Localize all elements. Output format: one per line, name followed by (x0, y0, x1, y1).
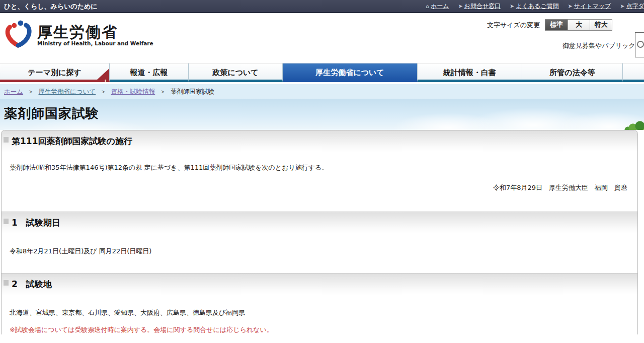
top-link-home[interactable]: ホーム (431, 3, 449, 10)
nav-tab-policy[interactable]: 政策について (189, 63, 283, 82)
font-size-label: 文字サイズの変更 (487, 21, 540, 30)
font-size-standard-button[interactable]: 標準 (545, 20, 568, 30)
minister-signoff: 令和7年8月29日 厚生労働大臣 福岡 資麿 (2, 183, 637, 192)
arrow-bullet-icon: ➤ (620, 3, 624, 10)
exam-announcement-body: 薬剤師法(昭和35年法律第146号)第12条の規 定に基づき、第111回薬剤師国… (2, 163, 637, 172)
section-heading-exam-announcement: 第111回薬剤師国家試験の施行 (2, 130, 637, 152)
section-heading-exam-date: 1 試験期日 (2, 212, 637, 234)
top-link-braille-download[interactable]: 点字ダウンロード (626, 3, 644, 10)
logo-title: 厚生労働省 (37, 24, 153, 40)
arrow-bullet-icon: ➤ (510, 3, 514, 10)
arrow-bullet-icon: ➤ (458, 3, 462, 10)
breadcrumb: ホーム ＞ 厚生労働省について ＞ 資格・試験情報 ＞ 薬剤師国家試験 (0, 84, 644, 99)
red-corner-triangle (97, 68, 109, 80)
nav-tab-label: 厚生労働省について (315, 68, 384, 77)
exam-date-body: 令和8年2月21日(土曜日)及び 同月22日(日曜日) (2, 247, 637, 256)
nav-tab-themes[interactable]: テーマ別に探す ↓ (0, 63, 110, 82)
magnifier-icon (637, 41, 644, 48)
mhlw-logo[interactable]: 厚生労働省 Ministry of Health, Labour and Wel… (4, 19, 153, 50)
nav-tab-label: 統計情報・白書 (443, 68, 496, 77)
breadcrumb-about-mhlw[interactable]: 厚生労働省について (39, 88, 96, 95)
public-comment-link[interactable]: 御意見募集やパブリックコメント (562, 41, 644, 50)
nav-tab-about-mhlw[interactable]: 厚生労働省について (283, 63, 418, 82)
nav-tab-label: 報道・広報 (130, 68, 168, 77)
nav-tab-label: テーマ別に探す (28, 68, 81, 77)
exam-venue-note: ※試験会場については受験票送付時に案内する。会場に関する問合せには応じられない。 (2, 325, 637, 334)
section-heading-exam-locations: 2 試験地 (2, 273, 637, 295)
down-arrow-icon: ↓ (103, 79, 108, 85)
home-icon: ⌂ (426, 3, 429, 10)
main-content: 第111回薬剤師国家試験の施行 薬剤師法(昭和35年法律第146号)第12条の規… (1, 130, 638, 334)
top-utility-bar: ひと、くらし、みらいのために ⌂ホーム ➤お問合せ窓口 ➤よくあるご質問 ➤サイ… (0, 0, 644, 13)
spacer (2, 192, 637, 212)
breadcrumb-separator: ＞ (159, 88, 166, 95)
main-nav: テーマ別に探す ↓ 報道・広報 政策について 厚生労働省について 統計情報・白書… (0, 63, 644, 84)
breadcrumb-qualifications[interactable]: 資格・試験情報 (111, 88, 155, 95)
page-title: 薬剤師国家試験 (4, 105, 99, 122)
page-title-band: 薬剤師国家試験 (0, 99, 644, 130)
font-size-xlarge-button[interactable]: 特大 (590, 20, 612, 30)
top-link-sitemap[interactable]: サイトマップ (574, 3, 611, 10)
trees-decoration (609, 118, 644, 130)
nav-tab-spacer (623, 63, 644, 82)
arrow-bullet-icon: ➤ (568, 3, 572, 10)
breadcrumb-current: 薬剤師国家試験 (171, 88, 215, 95)
nav-tab-laws[interactable]: 所管の法令等 (522, 63, 623, 82)
top-link-faq[interactable]: よくあるご質問 (516, 3, 558, 10)
font-size-large-button[interactable]: 大 (568, 20, 590, 30)
nav-tab-statistics[interactable]: 統計情報・白書 (418, 63, 522, 82)
search-box-partial[interactable] (635, 32, 644, 57)
site-header: 厚生労働省 Ministry of Health, Labour and Wel… (0, 13, 644, 63)
nav-tab-label: 政策について (212, 68, 258, 77)
font-size-buttons: 標準 大 特大 (545, 19, 612, 31)
logo-text: 厚生労働省 Ministry of Health, Labour and Wel… (37, 24, 153, 46)
breadcrumb-home[interactable]: ホーム (4, 88, 23, 95)
mhlw-logo-icon (4, 19, 33, 50)
exam-locations-body: 北海道、宮城県、東京都、石川県、愛知県、大阪府、広島県、徳島県及び福岡県 (2, 308, 637, 317)
breadcrumb-separator: ＞ (100, 88, 107, 95)
nav-tab-label: 所管の法令等 (549, 68, 595, 77)
nav-tab-press[interactable]: 報道・広報 (110, 63, 189, 82)
breadcrumb-separator: ＞ (28, 88, 34, 95)
logo-subtitle: Ministry of Health, Labour and Welfare (37, 40, 153, 46)
site-tagline: ひと、くらし、みらいのために (4, 2, 98, 11)
font-size-control: 文字サイズの変更 標準 大 特大 (487, 19, 612, 31)
top-utility-links: ⌂ホーム ➤お問合せ窓口 ➤よくあるご質問 ➤サイトマップ ➤点字ダウンロード (426, 2, 644, 11)
top-link-contact[interactable]: お問合せ窓口 (464, 3, 501, 10)
